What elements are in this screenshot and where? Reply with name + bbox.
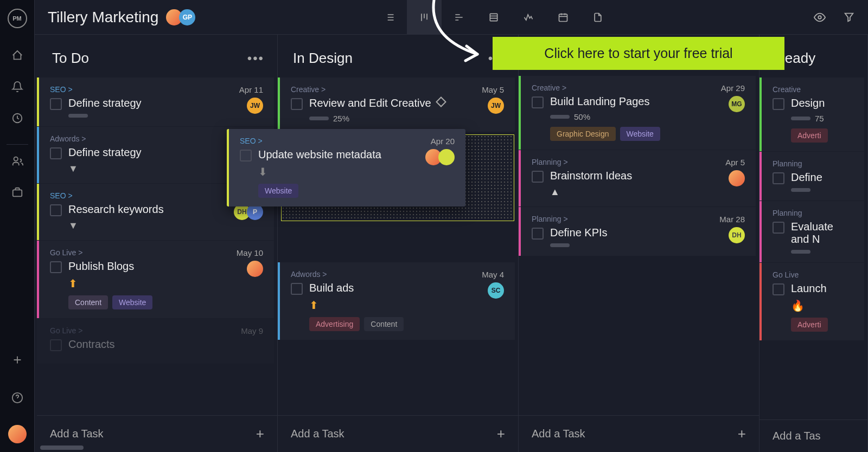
home-icon[interactable] [7, 44, 28, 66]
task-card[interactable]: Adwords >Build ads ⬆AdvertisingContentMa… [278, 262, 515, 340]
list-view-tab[interactable] [372, 0, 407, 35]
card-breadcrumb[interactable]: Go Live > [50, 326, 263, 335]
card-breadcrumb[interactable]: Go Live [773, 270, 853, 279]
due-date: May 9 [241, 326, 263, 335]
task-checkbox[interactable] [50, 98, 62, 110]
user-avatar[interactable] [8, 425, 27, 443]
assignee-avatar[interactable]: JW [488, 98, 504, 114]
card-breadcrumb[interactable]: SEO > [240, 137, 455, 145]
calendar-view-tab[interactable] [546, 0, 580, 35]
tag[interactable]: Adverti [791, 128, 828, 143]
task-card[interactable]: Creative >Build Landing Pages 50%Graphic… [519, 76, 756, 150]
cta-arrow [418, 0, 494, 73]
due-date: Apr 29 [721, 83, 745, 93]
card-breadcrumb[interactable]: Planning > [532, 158, 745, 166]
project-members[interactable]: GP [169, 9, 195, 25]
task-card[interactable]: Planning >Define KPIs Mar 28DH [519, 207, 756, 256]
assignee-avatar[interactable]: SC [488, 282, 504, 299]
filter-icon[interactable] [843, 11, 855, 23]
card-breadcrumb[interactable]: Adwords > [291, 270, 504, 279]
assignee-avatar[interactable] [729, 170, 745, 186]
help-icon[interactable] [7, 387, 28, 409]
task-card[interactable]: Creative >Review and Edit Creative 25%Ma… [278, 78, 515, 132]
card-breadcrumb[interactable]: Planning [773, 209, 853, 217]
task-title: Define KPIs [550, 227, 745, 239]
task-checkbox[interactable] [532, 171, 544, 183]
assignee-avatar[interactable] [247, 261, 263, 277]
card-breadcrumb[interactable]: Creative > [291, 85, 504, 94]
users-icon[interactable] [7, 150, 28, 172]
plus-icon[interactable] [7, 349, 28, 371]
visibility-icon[interactable] [814, 11, 826, 23]
card-breadcrumb[interactable]: Creative [773, 85, 853, 94]
clock-icon[interactable] [7, 107, 28, 129]
task-title: Publish Blogs [68, 260, 263, 273]
dashboard-view-tab[interactable] [511, 0, 546, 35]
task-checkbox[interactable] [773, 172, 784, 184]
task-checkbox[interactable] [773, 98, 784, 110]
due-date: Apr 5 [725, 158, 745, 167]
card-breadcrumb[interactable]: SEO > [50, 85, 263, 94]
svg-point-6 [818, 16, 821, 19]
tag[interactable]: Graphic Design [550, 127, 616, 141]
task-card[interactable]: PlanningEvaluate and N [760, 201, 864, 262]
file-view-tab[interactable] [580, 0, 615, 35]
tag[interactable]: Website [258, 184, 298, 198]
card-breadcrumb[interactable]: Planning > [532, 215, 745, 223]
assignee-avatar[interactable]: DH [729, 227, 745, 243]
task-checkbox[interactable] [50, 261, 62, 273]
task-checkbox[interactable] [773, 283, 784, 295]
task-checkbox[interactable] [50, 339, 62, 351]
app-logo[interactable]: PM [8, 9, 27, 28]
due-date: May 4 [482, 270, 504, 279]
assignee-avatar[interactable]: MG [729, 96, 745, 112]
tag[interactable]: Content [68, 295, 108, 309]
assignee-avatar[interactable]: JW [247, 98, 263, 114]
task-title: Build ads [309, 282, 504, 294]
task-checkbox[interactable] [291, 98, 303, 110]
bell-icon[interactable] [7, 76, 28, 98]
tag[interactable]: Content [364, 317, 404, 331]
kanban-column: ReadyCreativeDesign 75AdvertiPlanningDef… [760, 35, 868, 452]
card-breadcrumb[interactable]: Planning [773, 159, 853, 168]
task-checkbox[interactable] [291, 283, 303, 295]
task-card[interactable]: Go Live >Publish Blogs ⬆ContentWebsiteMa… [37, 241, 274, 318]
card-breadcrumb[interactable]: Go Live > [50, 248, 263, 257]
task-card[interactable]: Go LiveLaunch 🔥Adverti [760, 263, 864, 340]
cta-banner[interactable]: Click here to start your free trial [493, 37, 784, 70]
task-card[interactable]: CreativeDesign 75Adverti [760, 78, 864, 151]
add-task-label: Add a Task [50, 428, 104, 440]
task-card[interactable]: Go Live >Contracts May 9 [37, 319, 274, 364]
card-breadcrumb[interactable]: Creative > [532, 83, 745, 92]
member-avatar[interactable]: GP [179, 9, 195, 25]
task-card[interactable]: Planning >Brainstorm Ideas ▲Apr 5 [519, 150, 756, 206]
kanban-column: To Do•••SEO >Define strategy Apr 11JWAdw… [37, 35, 278, 452]
kanban-column: In Design•••Creative >Review and Edit Cr… [278, 35, 519, 452]
svg-point-1 [14, 157, 17, 161]
task-checkbox[interactable] [50, 147, 62, 159]
add-task-label: Add a Tas [773, 430, 821, 442]
kanban-column: •••Creative >Build Landing Pages 50%Grap… [519, 35, 760, 452]
svg-rect-5 [559, 14, 567, 21]
tag[interactable]: Website [112, 295, 152, 309]
plus-icon: + [256, 425, 264, 442]
tag[interactable]: Adverti [791, 318, 828, 332]
tag[interactable]: Website [620, 127, 660, 141]
task-checkbox[interactable] [532, 228, 544, 240]
task-checkbox[interactable] [773, 222, 784, 234]
assignee-avatar[interactable] [438, 149, 455, 165]
task-card[interactable]: PlanningDefine [760, 152, 864, 201]
task-checkbox[interactable] [50, 204, 62, 216]
task-card[interactable]: SEO >Define strategy Apr 11JW [37, 78, 274, 126]
tag[interactable]: Advertising [309, 317, 360, 331]
task-checkbox[interactable] [532, 96, 544, 108]
horizontal-scrollbar[interactable] [40, 445, 863, 450]
dragging-task-card[interactable]: SEO >Update website metadata⬇WebsiteApr … [227, 129, 465, 206]
task-checkbox[interactable] [240, 150, 252, 162]
column-menu-icon[interactable]: ••• [247, 51, 264, 66]
sidebar: PM [0, 0, 35, 452]
due-date: Apr 20 [429, 137, 455, 146]
column-title: In Design [293, 50, 353, 67]
add-task-label: Add a Task [532, 428, 585, 440]
briefcase-icon[interactable] [7, 182, 28, 203]
